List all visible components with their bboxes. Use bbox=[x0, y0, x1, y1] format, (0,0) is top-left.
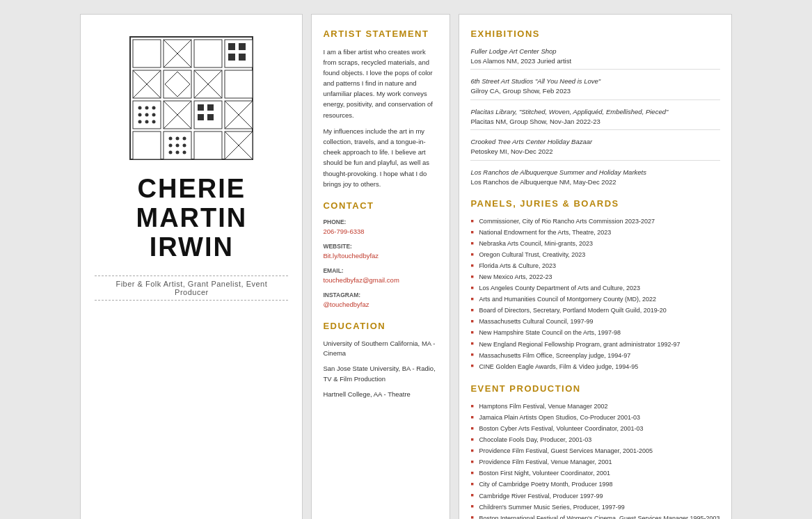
exhibition-main: Placitas Library, "Stitched, Woven, Appl… bbox=[470, 107, 719, 117]
event-item: Boston Cyber Arts Festival, Volunteer Co… bbox=[470, 424, 719, 435]
name-line2: MARTIN IRWIN bbox=[95, 204, 288, 262]
svg-point-23 bbox=[152, 106, 156, 110]
contact-heading: CONTACT bbox=[323, 199, 438, 213]
panel-item: Massachusetts Film Office, Screenplay ju… bbox=[470, 350, 719, 361]
svg-point-48 bbox=[183, 144, 186, 147]
panel-item: Massachusetts Cultural Council, 1997-99 bbox=[470, 317, 719, 328]
svg-rect-14 bbox=[164, 70, 191, 98]
education-entry: San Jose State University, BA - Radio, T… bbox=[323, 364, 438, 384]
svg-rect-9 bbox=[228, 54, 235, 61]
panel-item: New Hampshire State Council on the Arts,… bbox=[470, 328, 719, 339]
panel-item: Los Angeles County Department of Arts an… bbox=[470, 283, 719, 294]
exhibition-sub: Los Alamos NM, 2023 Juried artist bbox=[470, 56, 719, 66]
website-value[interactable]: Bit.ly/touchedbyfaz bbox=[323, 251, 438, 261]
svg-point-47 bbox=[176, 144, 180, 147]
exhibition-main: 6th Street Art Studios "All You Need is … bbox=[470, 77, 719, 86]
panel-item: CINE Golden Eagle Awards, Film & Video j… bbox=[470, 361, 719, 372]
event-item: Jamaica Plain Artists Open Studios, Co-P… bbox=[470, 413, 719, 424]
svg-point-51 bbox=[183, 151, 186, 154]
event-item: Hamptons Film Festival, Venue Manager 20… bbox=[470, 401, 719, 413]
panel-item: New Mexico Arts, 2022-23 bbox=[470, 272, 719, 283]
education-entry: University of Southern California, MA - … bbox=[323, 339, 438, 359]
svg-rect-1 bbox=[133, 40, 161, 67]
event-item: Providence Film Festival, Venue Manager,… bbox=[470, 457, 719, 468]
svg-point-50 bbox=[176, 151, 180, 154]
event-item: Boston First Night, Volunteer Coordinato… bbox=[470, 468, 719, 479]
panel-item: Arts and Humanities Council of Montgomer… bbox=[470, 294, 719, 305]
name-line1: CHERIE bbox=[95, 175, 288, 204]
svg-point-25 bbox=[145, 113, 149, 117]
education-heading: EDUCATION bbox=[323, 319, 438, 333]
right-panel: ARTIST STATEMENT I am a fiber artist who… bbox=[311, 14, 731, 519]
exhibition-sub: Petoskey MI, Nov-Dec 2022 bbox=[470, 147, 719, 157]
svg-point-29 bbox=[152, 120, 156, 124]
panel-item: New England Regional Fellowship Program,… bbox=[470, 339, 719, 350]
event-item: Cambridge River Festival, Producer 1997-… bbox=[470, 490, 719, 502]
phone-label: PHONE: bbox=[323, 218, 438, 227]
svg-point-49 bbox=[169, 151, 173, 154]
svg-point-24 bbox=[138, 113, 142, 117]
exhibition-main: Crooked Tree Arts Center Holiday Bazaar bbox=[470, 137, 719, 147]
email-label: EMAIL: bbox=[323, 266, 438, 276]
svg-point-44 bbox=[176, 137, 180, 141]
event-item: Chocolate Fools Day, Producer, 2001-03 bbox=[470, 435, 719, 446]
svg-rect-7 bbox=[228, 43, 235, 50]
event-item: Providence Film Festival, Guest Services… bbox=[470, 446, 719, 457]
exhibitions-heading: EXHIBITIONS bbox=[470, 27, 719, 41]
panels-list: Commissioner, City of Rio Rancho Arts Co… bbox=[470, 216, 719, 373]
svg-rect-37 bbox=[207, 114, 214, 120]
instagram-value[interactable]: @touchedbyfaz bbox=[323, 300, 438, 310]
exhibitions-entry: 6th Street Art Studios "All You Need is … bbox=[470, 77, 719, 100]
right-col: EXHIBITIONS Fuller Lodge Art Center Shop… bbox=[459, 14, 731, 519]
artist-statement-p1: I am a fiber artist who creates work fro… bbox=[323, 47, 438, 120]
exhibitions-entry: Crooked Tree Arts Center Holiday BazaarP… bbox=[470, 137, 719, 161]
svg-point-45 bbox=[183, 137, 186, 141]
exhibitions-entry: Fuller Lodge Art Center ShopLos Alamos N… bbox=[470, 47, 719, 70]
email-value[interactable]: touchedbyfaz@gmail.com bbox=[323, 276, 438, 285]
svg-rect-36 bbox=[198, 114, 204, 120]
panel-item: Florida Arts & Culture, 2023 bbox=[470, 261, 719, 272]
panels-heading: PANELS, JURIES & BOARDS bbox=[470, 197, 719, 211]
svg-rect-34 bbox=[198, 104, 204, 111]
svg-rect-41 bbox=[133, 131, 161, 159]
education-entry: Hartnell College, AA - Theatre bbox=[323, 390, 438, 399]
svg-rect-8 bbox=[239, 43, 246, 50]
panel-item: Nebraska Arts Council, Mini-grants, 2023 bbox=[470, 239, 719, 250]
svg-point-21 bbox=[138, 106, 142, 110]
left-panel: CHERIE MARTIN IRWIN Fiber & Folk Artist,… bbox=[80, 14, 303, 519]
svg-rect-5 bbox=[194, 40, 222, 67]
exhibitions-entry: Placitas Library, "Stitched, Woven, Appl… bbox=[470, 107, 719, 131]
artist-statement-heading: ARTIST STATEMENT bbox=[323, 27, 438, 41]
svg-rect-52 bbox=[194, 131, 222, 159]
instagram-label: INSTAGRAM: bbox=[323, 291, 438, 300]
exhibitions-list: Fuller Lodge Art Center ShopLos Alamos N… bbox=[470, 47, 719, 188]
svg-point-22 bbox=[145, 106, 149, 110]
exhibition-sub: Los Ranchos de Albuquerque NM, May-Dec 2… bbox=[470, 177, 719, 187]
middle-col: ARTIST STATEMENT I am a fiber artist who… bbox=[311, 14, 450, 519]
event-item: Boston International Festival of Women's… bbox=[470, 513, 719, 519]
svg-point-27 bbox=[138, 120, 142, 124]
quilt-logo bbox=[129, 35, 254, 161]
website-label: WEBSITE: bbox=[323, 242, 438, 251]
exhibition-main: Los Ranchos de Albuquerque Summer and Ho… bbox=[470, 168, 719, 177]
panel-item: Commissioner, City of Rio Rancho Arts Co… bbox=[470, 216, 719, 227]
artist-statement-p2: My influences include the art in my coll… bbox=[323, 126, 438, 189]
exhibition-sub: Gilroy CA, Group Show, Feb 2023 bbox=[470, 86, 719, 96]
svg-point-28 bbox=[145, 120, 149, 124]
svg-rect-19 bbox=[225, 70, 253, 98]
svg-point-43 bbox=[169, 137, 173, 141]
exhibition-main: Fuller Lodge Art Center Shop bbox=[470, 47, 719, 56]
exhibition-sub: Placitas NM, Group Show, Nov-Jan 2022-23 bbox=[470, 117, 719, 127]
name-block: CHERIE MARTIN IRWIN bbox=[95, 175, 288, 262]
event-item: City of Cambridge Poetry Month, Producer… bbox=[470, 479, 719, 490]
event-item: Children's Summer Music Series, Producer… bbox=[470, 502, 719, 513]
phone-value[interactable]: 206-799-6338 bbox=[323, 227, 438, 237]
svg-point-46 bbox=[169, 144, 173, 147]
panel-item: Board of Directors, Secretary, Portland … bbox=[470, 305, 719, 317]
svg-rect-35 bbox=[207, 104, 214, 111]
panel-item: National Endowment for the Arts, Theatre… bbox=[470, 227, 719, 239]
education-list: University of Southern California, MA - … bbox=[323, 339, 438, 399]
svg-point-26 bbox=[152, 113, 156, 117]
svg-rect-10 bbox=[239, 54, 246, 61]
events-list: Hamptons Film Festival, Venue Manager 20… bbox=[470, 401, 719, 519]
